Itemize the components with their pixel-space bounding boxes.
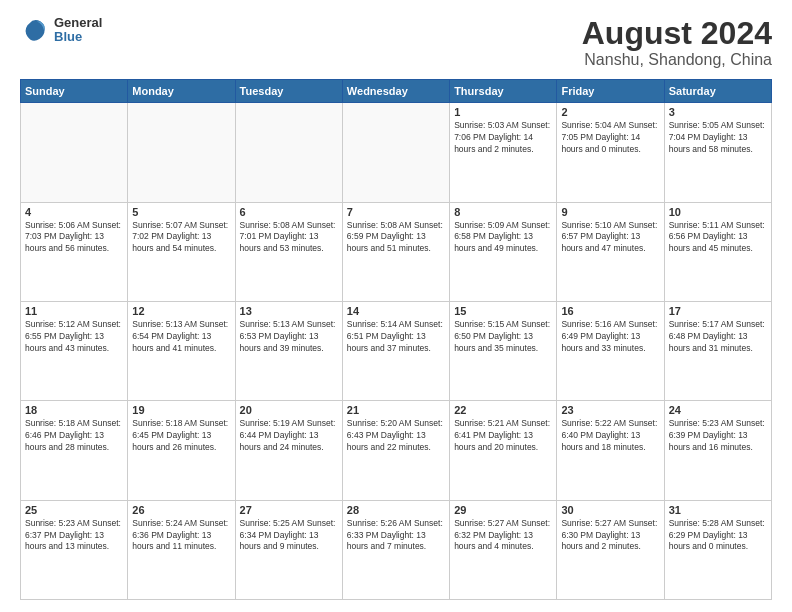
day-number: 26 — [132, 504, 230, 516]
day-number: 15 — [454, 305, 552, 317]
main-title: August 2024 — [582, 16, 772, 51]
day-number: 10 — [669, 206, 767, 218]
table-row: 10Sunrise: 5:11 AM Sunset: 6:56 PM Dayli… — [664, 202, 771, 301]
table-row: 16Sunrise: 5:16 AM Sunset: 6:49 PM Dayli… — [557, 301, 664, 400]
table-row — [21, 103, 128, 202]
day-number: 24 — [669, 404, 767, 416]
table-row: 8Sunrise: 5:09 AM Sunset: 6:58 PM Daylig… — [450, 202, 557, 301]
day-info: Sunrise: 5:11 AM Sunset: 6:56 PM Dayligh… — [669, 220, 767, 256]
table-row: 25Sunrise: 5:23 AM Sunset: 6:37 PM Dayli… — [21, 500, 128, 599]
day-number: 12 — [132, 305, 230, 317]
title-block: August 2024 Nanshu, Shandong, China — [582, 16, 772, 69]
day-info: Sunrise: 5:21 AM Sunset: 6:41 PM Dayligh… — [454, 418, 552, 454]
day-number: 13 — [240, 305, 338, 317]
calendar-row: 25Sunrise: 5:23 AM Sunset: 6:37 PM Dayli… — [21, 500, 772, 599]
day-info: Sunrise: 5:03 AM Sunset: 7:06 PM Dayligh… — [454, 120, 552, 156]
logo: General Blue — [20, 16, 102, 45]
table-row: 22Sunrise: 5:21 AM Sunset: 6:41 PM Dayli… — [450, 401, 557, 500]
logo-general: General — [54, 16, 102, 30]
page: General Blue August 2024 Nanshu, Shandon… — [0, 0, 792, 612]
day-number: 28 — [347, 504, 445, 516]
day-number: 4 — [25, 206, 123, 218]
table-row: 5Sunrise: 5:07 AM Sunset: 7:02 PM Daylig… — [128, 202, 235, 301]
table-row: 2Sunrise: 5:04 AM Sunset: 7:05 PM Daylig… — [557, 103, 664, 202]
day-number: 20 — [240, 404, 338, 416]
day-number: 16 — [561, 305, 659, 317]
table-row: 15Sunrise: 5:15 AM Sunset: 6:50 PM Dayli… — [450, 301, 557, 400]
table-row: 19Sunrise: 5:18 AM Sunset: 6:45 PM Dayli… — [128, 401, 235, 500]
day-number: 19 — [132, 404, 230, 416]
day-number: 7 — [347, 206, 445, 218]
sub-title: Nanshu, Shandong, China — [582, 51, 772, 69]
table-row — [342, 103, 449, 202]
day-info: Sunrise: 5:04 AM Sunset: 7:05 PM Dayligh… — [561, 120, 659, 156]
calendar-table: Sunday Monday Tuesday Wednesday Thursday… — [20, 79, 772, 600]
day-info: Sunrise: 5:18 AM Sunset: 6:46 PM Dayligh… — [25, 418, 123, 454]
day-number: 6 — [240, 206, 338, 218]
table-row: 18Sunrise: 5:18 AM Sunset: 6:46 PM Dayli… — [21, 401, 128, 500]
table-row: 17Sunrise: 5:17 AM Sunset: 6:48 PM Dayli… — [664, 301, 771, 400]
day-number: 11 — [25, 305, 123, 317]
day-info: Sunrise: 5:09 AM Sunset: 6:58 PM Dayligh… — [454, 220, 552, 256]
day-info: Sunrise: 5:13 AM Sunset: 6:53 PM Dayligh… — [240, 319, 338, 355]
day-number: 21 — [347, 404, 445, 416]
day-info: Sunrise: 5:25 AM Sunset: 6:34 PM Dayligh… — [240, 518, 338, 554]
day-info: Sunrise: 5:13 AM Sunset: 6:54 PM Dayligh… — [132, 319, 230, 355]
calendar-row: 18Sunrise: 5:18 AM Sunset: 6:46 PM Dayli… — [21, 401, 772, 500]
table-row — [235, 103, 342, 202]
day-number: 5 — [132, 206, 230, 218]
table-row: 4Sunrise: 5:06 AM Sunset: 7:03 PM Daylig… — [21, 202, 128, 301]
col-saturday: Saturday — [664, 80, 771, 103]
day-number: 18 — [25, 404, 123, 416]
table-row: 9Sunrise: 5:10 AM Sunset: 6:57 PM Daylig… — [557, 202, 664, 301]
logo-icon — [20, 16, 48, 44]
table-row: 13Sunrise: 5:13 AM Sunset: 6:53 PM Dayli… — [235, 301, 342, 400]
day-number: 25 — [25, 504, 123, 516]
calendar-row: 1Sunrise: 5:03 AM Sunset: 7:06 PM Daylig… — [21, 103, 772, 202]
day-info: Sunrise: 5:07 AM Sunset: 7:02 PM Dayligh… — [132, 220, 230, 256]
day-number: 3 — [669, 106, 767, 118]
day-number: 22 — [454, 404, 552, 416]
day-info: Sunrise: 5:26 AM Sunset: 6:33 PM Dayligh… — [347, 518, 445, 554]
table-row: 20Sunrise: 5:19 AM Sunset: 6:44 PM Dayli… — [235, 401, 342, 500]
table-row: 28Sunrise: 5:26 AM Sunset: 6:33 PM Dayli… — [342, 500, 449, 599]
table-row: 6Sunrise: 5:08 AM Sunset: 7:01 PM Daylig… — [235, 202, 342, 301]
day-info: Sunrise: 5:14 AM Sunset: 6:51 PM Dayligh… — [347, 319, 445, 355]
calendar-row: 4Sunrise: 5:06 AM Sunset: 7:03 PM Daylig… — [21, 202, 772, 301]
calendar-row: 11Sunrise: 5:12 AM Sunset: 6:55 PM Dayli… — [21, 301, 772, 400]
table-row: 29Sunrise: 5:27 AM Sunset: 6:32 PM Dayli… — [450, 500, 557, 599]
day-info: Sunrise: 5:27 AM Sunset: 6:30 PM Dayligh… — [561, 518, 659, 554]
day-info: Sunrise: 5:20 AM Sunset: 6:43 PM Dayligh… — [347, 418, 445, 454]
day-info: Sunrise: 5:17 AM Sunset: 6:48 PM Dayligh… — [669, 319, 767, 355]
col-thursday: Thursday — [450, 80, 557, 103]
table-row: 26Sunrise: 5:24 AM Sunset: 6:36 PM Dayli… — [128, 500, 235, 599]
logo-blue: Blue — [54, 30, 102, 44]
day-number: 31 — [669, 504, 767, 516]
day-info: Sunrise: 5:23 AM Sunset: 6:39 PM Dayligh… — [669, 418, 767, 454]
table-row: 23Sunrise: 5:22 AM Sunset: 6:40 PM Dayli… — [557, 401, 664, 500]
table-row: 7Sunrise: 5:08 AM Sunset: 6:59 PM Daylig… — [342, 202, 449, 301]
table-row: 3Sunrise: 5:05 AM Sunset: 7:04 PM Daylig… — [664, 103, 771, 202]
day-info: Sunrise: 5:05 AM Sunset: 7:04 PM Dayligh… — [669, 120, 767, 156]
table-row — [128, 103, 235, 202]
table-row: 30Sunrise: 5:27 AM Sunset: 6:30 PM Dayli… — [557, 500, 664, 599]
day-number: 1 — [454, 106, 552, 118]
col-wednesday: Wednesday — [342, 80, 449, 103]
header: General Blue August 2024 Nanshu, Shandon… — [20, 16, 772, 69]
day-number: 27 — [240, 504, 338, 516]
day-info: Sunrise: 5:16 AM Sunset: 6:49 PM Dayligh… — [561, 319, 659, 355]
day-number: 14 — [347, 305, 445, 317]
day-number: 2 — [561, 106, 659, 118]
table-row: 1Sunrise: 5:03 AM Sunset: 7:06 PM Daylig… — [450, 103, 557, 202]
day-info: Sunrise: 5:19 AM Sunset: 6:44 PM Dayligh… — [240, 418, 338, 454]
day-info: Sunrise: 5:22 AM Sunset: 6:40 PM Dayligh… — [561, 418, 659, 454]
day-number: 17 — [669, 305, 767, 317]
day-info: Sunrise: 5:27 AM Sunset: 6:32 PM Dayligh… — [454, 518, 552, 554]
calendar-header-row: Sunday Monday Tuesday Wednesday Thursday… — [21, 80, 772, 103]
day-info: Sunrise: 5:28 AM Sunset: 6:29 PM Dayligh… — [669, 518, 767, 554]
col-sunday: Sunday — [21, 80, 128, 103]
day-info: Sunrise: 5:12 AM Sunset: 6:55 PM Dayligh… — [25, 319, 123, 355]
day-number: 9 — [561, 206, 659, 218]
day-info: Sunrise: 5:10 AM Sunset: 6:57 PM Dayligh… — [561, 220, 659, 256]
day-info: Sunrise: 5:18 AM Sunset: 6:45 PM Dayligh… — [132, 418, 230, 454]
